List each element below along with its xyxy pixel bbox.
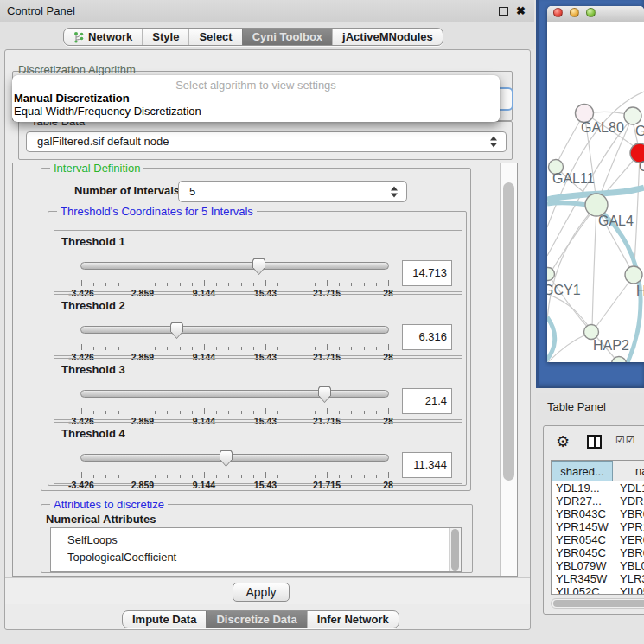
gear-icon[interactable]: ⚙	[556, 432, 570, 451]
list-item[interactable]: SelfLoops	[67, 532, 461, 549]
table-row[interactable]: YPR145WYPR14	[552, 520, 644, 533]
table-data-selected: galFiltered.sif default node	[37, 135, 169, 148]
dropdown-option-equal-width[interactable]: Equal Width/Frequency Discretization	[12, 105, 500, 118]
top-tab-bar: Network Style Select Cyni Toolbox jActiv…	[63, 28, 443, 46]
table-row[interactable]: YBL079WYBL07	[552, 559, 644, 572]
list-scrollbar[interactable]	[449, 528, 461, 571]
threshold-1-slider[interactable]: -3.4262.8599.14415.4321.71528	[80, 259, 389, 292]
dropdown-placeholder-option[interactable]: Select algorithm to view settings	[12, 79, 500, 92]
svg-text:GAL80: GAL80	[581, 120, 624, 135]
apply-button[interactable]: Apply	[233, 583, 290, 602]
dropdown-option-manual[interactable]: Manual Discretization	[12, 92, 500, 105]
threshold-1-value[interactable]: 14.713	[402, 260, 452, 286]
tab-network-label: Network	[88, 30, 132, 43]
numerical-attributes-label: Numerical Attributes	[46, 513, 156, 526]
tab-cyni-toolbox[interactable]: Cyni Toolbox	[242, 29, 332, 45]
threshold-1-panel: Threshold 1 -3.4262.8599.14415.4321.7152…	[54, 230, 462, 292]
table-data-combobox[interactable]: galFiltered.sif default node	[26, 131, 507, 152]
threshold-2-panel: Threshold 2 -3.4262.8599.14415.4321.7152…	[54, 294, 462, 356]
table-rows: YDL19...YDL19YDR27...YDR27YBR043CYBR04YP…	[552, 481, 644, 595]
slider-track[interactable]	[80, 454, 389, 462]
threshold-3-value[interactable]: 21.4	[402, 388, 452, 414]
svg-text:C: C	[639, 159, 644, 174]
slider-ticks	[81, 472, 388, 479]
scrollbar-thumb[interactable]	[503, 182, 514, 481]
algorithm-group-title: Discretization Algorithm	[18, 63, 136, 76]
number-of-intervals-value: 5	[189, 185, 195, 198]
list-item[interactable]: BetweennessCentrality	[67, 566, 461, 572]
slider-ticks	[81, 344, 388, 351]
svg-text:GA: GA	[635, 124, 644, 138]
threshold-2-value[interactable]: 6.316	[402, 324, 452, 350]
node-ga[interactable]	[624, 107, 641, 124]
network-canvas[interactable]: GAL80 GA C GAL11 GAL4 GCY1 H HAP2	[547, 22, 644, 362]
node-h[interactable]	[625, 266, 642, 284]
node-gcy1[interactable]	[547, 268, 555, 281]
tab-impute-data[interactable]: Impute Data	[123, 611, 206, 628]
table-row[interactable]: YBR043CYBR04	[552, 507, 644, 520]
close-traffic-light-icon[interactable]	[553, 8, 563, 17]
slider-thumb[interactable]	[252, 258, 265, 275]
float-window-icon[interactable]	[499, 7, 508, 16]
split-columns-icon[interactable]	[587, 435, 602, 449]
interval-definition-title: Interval Definition	[50, 163, 143, 175]
table-row[interactable]: YLR345WYLR34	[552, 572, 644, 585]
scrollbar-thumb[interactable]	[553, 600, 644, 607]
threshold-4-value[interactable]: 11.344	[402, 452, 452, 478]
threshold-4-label: Threshold 4	[61, 427, 125, 440]
tab-style[interactable]: Style	[142, 29, 188, 45]
slider-track[interactable]	[80, 262, 389, 270]
threshold-3-panel: Threshold 3 -3.4262.8599.14415.4321.7152…	[54, 358, 462, 420]
thresholds-group-title: Threshold's Coordinates for 5 Intervals	[57, 205, 257, 218]
node-hap2[interactable]	[584, 325, 599, 340]
threshold-4-slider[interactable]: -3.4262.8599.14415.4321.71528	[80, 451, 389, 484]
table-row[interactable]: YIL052CYIL05	[552, 585, 644, 595]
threshold-4-panel: Threshold 4 -3.4262.8599.14415.4321.7152…	[54, 422, 462, 484]
table-data-groupbox: Table Data galFiltered.sif default node	[18, 121, 513, 160]
tab-network[interactable]: Network	[64, 29, 142, 45]
svg-text:GCY1: GCY1	[547, 283, 581, 297]
threshold-3-slider[interactable]: -3.4262.8599.14415.4321.71528	[80, 387, 389, 420]
table-row[interactable]: YER054CYER05	[552, 533, 644, 546]
control-panel-title: Control Panel	[7, 0, 75, 22]
slider-thumb[interactable]	[220, 450, 233, 467]
slider-thumb[interactable]	[318, 386, 331, 403]
numerical-attributes-list[interactable]: SelfLoops TopologicalCoefficient Between…	[50, 527, 462, 572]
network-window-titlebar[interactable]	[547, 6, 644, 22]
table-row[interactable]: YDR27...YDR27	[552, 494, 644, 507]
network-window[interactable]: GAL80 GA C GAL11 GAL4 GCY1 H HAP2	[547, 6, 644, 362]
column-header-shared-name[interactable]: shared...	[552, 461, 613, 481]
number-of-intervals-label: Number of Intervals	[74, 184, 180, 197]
threshold-1-label: Threshold 1	[61, 235, 125, 248]
cyni-toolbox-panel: Discretization Algorithm Select algorith…	[4, 49, 531, 630]
svg-text:GAL11: GAL11	[552, 171, 595, 186]
threshold-2-slider[interactable]: -3.4262.8599.14415.4321.71528	[80, 323, 389, 356]
list-item[interactable]: TopologicalCoefficient	[67, 549, 461, 566]
combo-arrows-icon	[490, 137, 498, 148]
settings-scrollbar[interactable]	[500, 163, 517, 576]
tab-select[interactable]: Select	[188, 29, 241, 45]
slider-track[interactable]	[80, 326, 389, 334]
checkbox-filter-icons[interactable]: ☑☑	[615, 434, 636, 446]
tab-jactivemnodules[interactable]: jActiveMNodules	[332, 29, 443, 45]
svg-text:GAL4: GAL4	[598, 214, 634, 228]
table-row[interactable]: YBR045CYBR04	[552, 546, 644, 559]
slider-track[interactable]	[80, 390, 389, 398]
minimize-traffic-light-icon[interactable]	[570, 8, 579, 17]
network-branch-icon	[73, 31, 84, 43]
tab-discretize-data[interactable]: Discretize Data	[206, 611, 306, 628]
network-graph: GAL80 GA C GAL11 GAL4 GCY1 H HAP2	[547, 22, 644, 362]
slider-thumb[interactable]	[170, 322, 183, 339]
close-icon[interactable]: ✖	[516, 0, 526, 22]
slider-tick-labels: -3.4262.8599.14415.4321.71528	[81, 480, 388, 490]
table-horizontal-scrollbar[interactable]	[551, 598, 644, 609]
column-header-name[interactable]: na	[613, 461, 644, 481]
zoom-traffic-light-icon[interactable]	[586, 8, 596, 17]
table-row[interactable]: YDL19...YDL19	[552, 481, 644, 494]
attributes-groupbox: Attributes to discretize Numerical Attri…	[41, 504, 473, 573]
settings-scrollpane: Interval Definition Number of Intervals …	[12, 163, 518, 577]
number-of-intervals-spinner[interactable]: 5	[178, 181, 407, 202]
top-tab-strip: Network Style Select Cyni Toolbox jActiv…	[0, 22, 534, 49]
tab-infer-network[interactable]: Infer Network	[307, 611, 399, 628]
spinner-arrows-icon	[391, 186, 399, 197]
